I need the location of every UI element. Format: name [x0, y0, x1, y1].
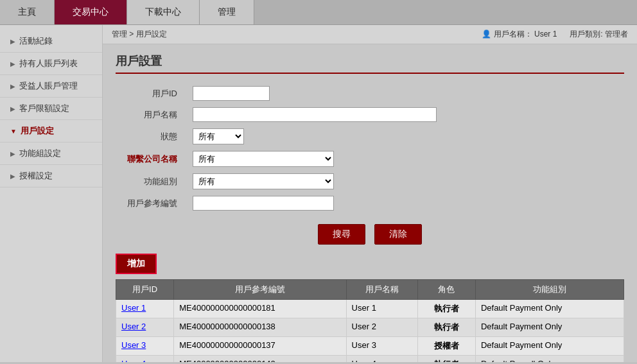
sidebar-item-funcgroup[interactable]: ▶ 功能組設定 — [0, 143, 102, 165]
cell-username: User 3 — [346, 337, 417, 356]
cell-username: User 1 — [346, 300, 417, 318]
username-label: 用戶名稱 — [116, 104, 186, 125]
user-icon: 👤 — [482, 30, 491, 39]
add-btn-row: 增加 — [116, 254, 624, 274]
page-title: 用戶設置 — [116, 53, 624, 74]
sidebar: ▶ 活動紀錄 ▶ 持有人賬戶列表 ▶ 受益人賬戶管理 ▶ 客戶限額設定 ▼ 用戶… — [0, 25, 103, 362]
cell-userid[interactable]: User 4 — [116, 356, 174, 363]
layout: ▶ 活動紀錄 ▶ 持有人賬戶列表 ▶ 受益人賬戶管理 ▶ 客戶限額設定 ▼ 用戶… — [0, 25, 637, 362]
cell-funcgroup: Default Payment Only — [475, 300, 624, 318]
sidebar-item-activity[interactable]: ▶ 活動紀錄 — [0, 30, 102, 53]
arrow-icon: ▶ — [10, 150, 15, 157]
current-user: 👤 用戶名稱： User 1 — [482, 29, 557, 40]
cell-username: User 2 — [346, 318, 417, 337]
cell-ref: ME400000000000000181 — [174, 300, 346, 318]
page-area: 用戶設置 用戶ID 用戶名稱 狀態 所有 啟用 — [103, 44, 637, 362]
nav-admin[interactable]: 管理 — [200, 0, 254, 24]
add-button[interactable]: 增加 — [116, 254, 157, 274]
cell-role: 執行者 — [417, 300, 475, 318]
table-row: User 4ME400000000000000142User 4執行者Defau… — [116, 356, 624, 363]
sidebar-item-limit[interactable]: ▶ 客戶限額設定 — [0, 98, 102, 120]
arrow-icon: ▶ — [10, 38, 15, 45]
nav-download[interactable]: 下載中心 — [127, 0, 200, 24]
userid-label: 用戶ID — [116, 83, 186, 104]
cell-ref: ME400000000000000138 — [174, 318, 346, 337]
company-label: 聯繫公司名稱 — [116, 148, 186, 170]
cell-funcgroup: Default Payroll OnlyDefault Payment Only… — [475, 356, 624, 363]
company-select[interactable]: 所有 — [193, 151, 334, 167]
arrow-icon: ▶ — [10, 60, 15, 67]
clear-button[interactable]: 清除 — [374, 224, 422, 245]
col-userid: 用戶ID — [116, 280, 174, 300]
arrow-icon: ▶ — [10, 173, 15, 180]
cell-role: 執行者 — [417, 318, 475, 337]
username-input[interactable] — [193, 107, 437, 122]
search-form: 用戶ID 用戶名稱 狀態 所有 啟用 停用 — [116, 83, 443, 214]
breadcrumb-right: 👤 用戶名稱： User 1 用戶類別: 管理者 — [482, 29, 628, 40]
table-row: User 3ME400000000000000137User 3授權者Defau… — [116, 337, 624, 356]
sidebar-item-holder[interactable]: ▶ 持有人賬戶列表 — [0, 53, 102, 75]
cell-userid[interactable]: User 3 — [116, 337, 174, 356]
userid-input[interactable] — [193, 86, 270, 101]
user-type: 用戶類別: 管理者 — [570, 29, 628, 40]
status-select[interactable]: 所有 啟用 停用 — [193, 128, 244, 144]
col-role: 角色 — [417, 280, 475, 300]
col-funcgroup: 功能組別 — [475, 280, 624, 300]
sidebar-item-beneficiary[interactable]: ▶ 受益人賬戶管理 — [0, 75, 102, 98]
funcgroup-label: 功能組別 — [116, 170, 186, 193]
arrow-icon: ▼ — [10, 128, 17, 135]
cell-userid[interactable]: User 2 — [116, 318, 174, 337]
cell-ref: ME400000000000000142 — [174, 356, 346, 363]
user-table: 用戶ID 用戶參考編號 用戶名稱 角色 功能組別 User 1ME4000000… — [116, 279, 624, 362]
ref-label: 用戶參考編號 — [116, 193, 186, 214]
col-ref: 用戶參考編號 — [174, 280, 346, 300]
search-button[interactable]: 搜尋 — [318, 224, 365, 245]
nav-trade[interactable]: 交易中心 — [55, 0, 127, 24]
cell-role: 執行者 — [417, 356, 475, 363]
cell-funcgroup: Default Payment Only — [475, 318, 624, 337]
nav-home[interactable]: 主頁 — [0, 0, 55, 24]
sidebar-item-user[interactable]: ▼ 用戶設定 — [0, 120, 102, 143]
col-username: 用戶名稱 — [346, 280, 417, 300]
cell-userid[interactable]: User 1 — [116, 300, 174, 318]
table-row: User 1ME400000000000000181User 1執行者Defau… — [116, 300, 624, 318]
status-label: 狀態 — [116, 125, 186, 148]
top-nav: 主頁 交易中心 下載中心 管理 — [0, 0, 637, 25]
arrow-icon: ▶ — [10, 105, 15, 112]
table-row: User 2ME400000000000000138User 2執行者Defau… — [116, 318, 624, 337]
cell-username: User 4 — [346, 356, 417, 363]
main-content: 管理 > 用戶設定 👤 用戶名稱： User 1 用戶類別: 管理者 用戶設置 … — [103, 25, 637, 362]
cell-funcgroup: Default Payment Only — [475, 337, 624, 356]
cell-ref: ME400000000000000137 — [174, 337, 346, 356]
arrow-icon: ▶ — [10, 83, 15, 90]
search-buttons: 搜尋 清除 — [116, 224, 624, 245]
cell-role: 授權者 — [417, 337, 475, 356]
breadcrumb: 管理 > 用戶設定 — [112, 29, 167, 40]
sidebar-item-auth[interactable]: ▶ 授權設定 — [0, 165, 102, 187]
breadcrumb-bar: 管理 > 用戶設定 👤 用戶名稱： User 1 用戶類別: 管理者 — [103, 25, 637, 44]
funcgroup-select[interactable]: 所有 — [193, 173, 334, 189]
ref-input[interactable] — [193, 196, 334, 211]
